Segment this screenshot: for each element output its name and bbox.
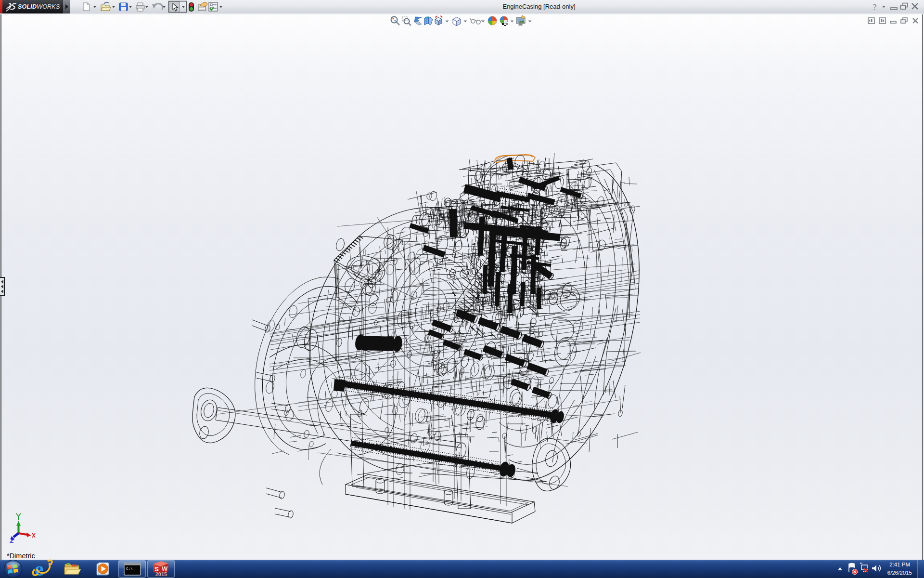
svg-text:C:\_: C:\_ [126,567,135,571]
svg-text:?: ? [873,2,877,12]
svg-text:2015: 2015 [155,571,167,577]
